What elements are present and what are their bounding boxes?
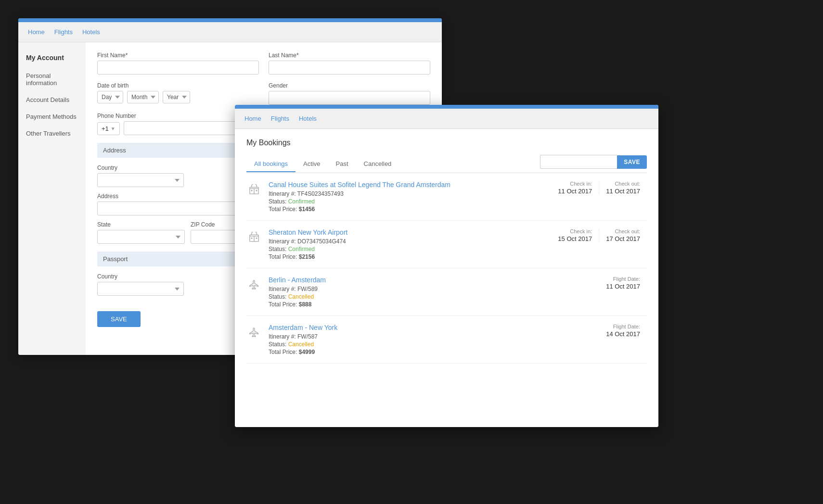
booking-tabs: All bookings Active Past Cancelled [246,156,399,172]
state-select[interactable] [97,230,185,244]
window1-topbar [18,18,442,22]
sidebar-item-payment[interactable]: Payment Methods [18,108,86,125]
checkin-col-1: Check in: 11 Oct 2017 [551,181,599,195]
tab-all-bookings[interactable]: All bookings [246,156,296,172]
window-bookings: Home Flights Hotels My Bookings All book… [235,105,658,427]
nav-flights-w1[interactable]: Flights [54,28,73,36]
tab-cancelled[interactable]: Cancelled [356,156,399,172]
svg-rect-1 [251,190,253,191]
dob-month-select[interactable]: Month [127,91,159,103]
first-name-label: First Name* [97,52,259,59]
passport-country-group: Country [97,273,184,296]
tab-active[interactable]: Active [296,156,328,172]
flight-icon-3 [246,277,262,292]
last-name-group: Last Name* [269,52,430,75]
booking-price-4: Total Price: $4999 [269,349,592,355]
nav-hotels-w2[interactable]: Hotels [299,115,317,122]
booking-name-1[interactable]: Canal House Suites at Sofitel Legend The… [269,181,544,189]
flightdate-col-4: Flight Date: 14 Oct 2017 [599,324,647,338]
nav-home-w1[interactable]: Home [28,28,45,36]
save-button-w1[interactable]: SAVE [97,311,141,327]
first-name-input[interactable] [97,61,259,75]
dob-group: Date of birth Day Month Year [97,82,259,105]
booking-card-2: Sheraton New York Airport Itinerary #: D… [246,221,647,268]
dob-selects: Day Month Year [97,91,259,103]
window2-topbar [235,105,658,109]
booking-itinerary-2: Itinerary #: DO73475034G474 [269,238,544,245]
bookings-title: My Bookings [246,139,647,147]
booking-card-3: Berlin - Amsterdam Itinerary #: FW/589 S… [246,268,647,316]
booking-price-2: Total Price: $2156 [269,253,544,260]
svg-rect-2 [256,190,257,191]
nav-flights-w2[interactable]: Flights [271,115,289,122]
phone-country-code: +1 [102,125,109,132]
booking-info-4: Amsterdam - New York Itinerary #: FW/587… [269,324,592,355]
booking-name-2[interactable]: Sheraton New York Airport [269,228,544,236]
booking-itinerary-4: Itinerary #: FW/587 [269,333,592,340]
phone-country-selector[interactable]: +1 ▼ [97,122,120,135]
hotel-icon-1 [246,182,262,197]
booking-status-4: Status: Cancelled [269,341,592,348]
passport-country-label: Country [97,273,184,280]
save-search-button[interactable]: SAVE [617,155,647,169]
status-value-1: Confirmed [288,198,315,205]
sidebar-item-travellers[interactable]: Other Travellers [18,125,86,142]
first-name-group: First Name* [97,52,259,75]
flight-icon-4 [246,325,262,340]
booking-dates-4: Flight Date: 14 Oct 2017 [599,324,647,338]
tab-past[interactable]: Past [328,156,356,172]
flightdate-col-3: Flight Date: 11 Oct 2017 [599,276,647,290]
window2-content: My Bookings All bookings Active Past Can… [235,129,658,427]
dob-day-select[interactable]: Day [97,91,123,103]
booking-dates-3: Flight Date: 11 Oct 2017 [599,276,647,290]
status-label-2: Status: [269,246,288,252]
booking-price-1: Total Price: $1456 [269,206,544,213]
tabs-search-row: All bookings Active Past Cancelled SAVE [246,155,647,173]
booking-itinerary-1: Itinerary #: TF4S0234357493 [269,190,544,197]
booking-dates-2: Check in: 15 Oct 2017 Check out: 17 Oct … [551,228,647,242]
booking-info-2: Sheraton New York Airport Itinerary #: D… [269,228,544,260]
booking-name-3[interactable]: Berlin - Amsterdam [269,276,592,284]
status-value-4: Cancelled [288,341,314,348]
nav-hotels-w1[interactable]: Hotels [82,28,100,36]
checkout-col-1: Check out: 11 Oct 2017 [599,181,647,195]
hotel-icon-2 [246,229,262,245]
last-name-label: Last Name* [269,52,430,59]
sidebar-item-account-details[interactable]: Account Details [18,91,86,108]
window1-nav: Home Flights Hotels [18,22,442,42]
booking-card-4: Amsterdam - New York Itinerary #: FW/587… [246,316,647,364]
nav-home-w2[interactable]: Home [244,115,261,122]
country-select[interactable] [97,173,184,187]
window2-nav: Home Flights Hotels [235,109,658,129]
country-group: Country [97,164,184,187]
gender-input[interactable] [269,91,430,105]
last-name-input[interactable] [269,61,430,75]
checkout-col-2: Check out: 17 Oct 2017 [599,228,647,242]
dob-label: Date of birth [97,82,259,89]
window1-sidebar: My Account Personal information Account … [18,42,86,355]
booking-name-4[interactable]: Amsterdam - New York [269,324,592,331]
sidebar-item-personal[interactable]: Personal information [18,67,86,91]
booking-card-1: Canal House Suites at Sofitel Legend The… [246,173,647,221]
bookings-search-input[interactable] [540,155,617,169]
booking-status-2: Status: Confirmed [269,246,544,252]
booking-status-1: Status: Confirmed [269,198,544,205]
status-label-1: Status: [269,198,288,205]
country-label: Country [97,164,184,171]
booking-status-3: Status: Cancelled [269,293,592,300]
chevron-down-icon: ▼ [111,126,116,131]
dob-year-select[interactable]: Year [163,91,190,103]
booking-itinerary-3: Itinerary #: FW/589 [269,286,592,292]
gender-group: Gender [269,82,430,105]
booking-info-3: Berlin - Amsterdam Itinerary #: FW/589 S… [269,276,592,308]
svg-rect-5 [256,238,257,239]
state-label: State [97,221,185,228]
booking-info-1: Canal House Suites at Sofitel Legend The… [269,181,544,213]
passport-country-select[interactable] [97,282,184,296]
status-value-3: Cancelled [288,293,314,300]
state-group: State [97,221,185,244]
status-value-2: Confirmed [288,246,315,252]
name-row: First Name* Last Name* [97,52,430,75]
dob-gender-row: Date of birth Day Month Year G [97,82,430,105]
svg-rect-4 [251,238,253,239]
